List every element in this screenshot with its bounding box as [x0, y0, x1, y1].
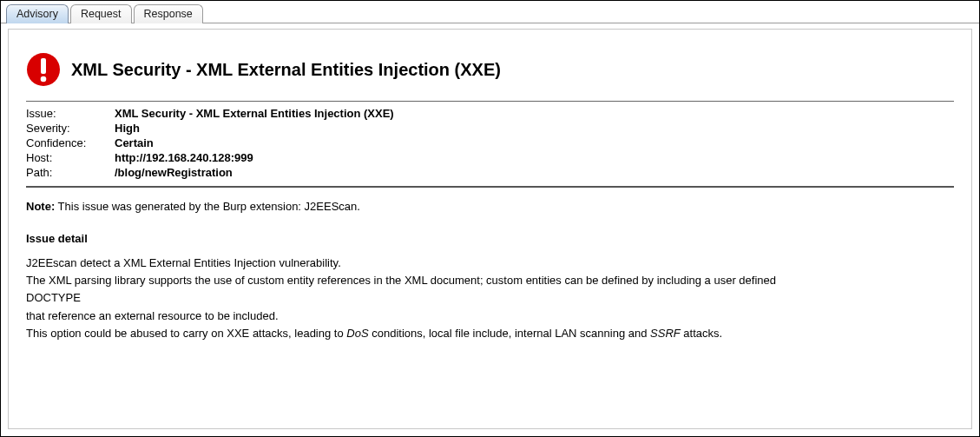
- detail-p4-post: attacks.: [681, 327, 722, 340]
- detail-p2: The XML parsing library supports the use…: [26, 273, 954, 288]
- detail-p4-pre: This option could be abused to carry on …: [26, 327, 346, 340]
- detail-p1: J2EEscan detect a XML External Entities …: [26, 255, 954, 271]
- note-label: Note:: [26, 200, 55, 213]
- detail-p3: that reference an external resource to b…: [26, 308, 954, 324]
- divider-top: [26, 101, 954, 102]
- value-path: /blog/newRegistration: [115, 166, 954, 179]
- label-confidence: Confidence:: [26, 136, 109, 149]
- advisory-content: XML Security - XML External Entities Inj…: [9, 30, 971, 354]
- detail-doctype: DOCTYPE: [26, 290, 954, 306]
- value-severity: High: [115, 122, 954, 135]
- content-frame: XML Security - XML External Entities Inj…: [8, 29, 972, 429]
- label-severity: Severity:: [26, 122, 109, 135]
- tab-advisory[interactable]: Advisory: [6, 4, 69, 23]
- issue-detail-body: J2EEscan detect a XML External Entities …: [26, 255, 954, 341]
- alert-icon: [26, 52, 61, 87]
- label-issue: Issue:: [26, 107, 109, 120]
- detail-p4-ssrf: SSRF: [650, 327, 681, 340]
- svg-point-2: [41, 76, 47, 83]
- label-host: Host:: [26, 151, 109, 164]
- tab-response[interactable]: Response: [134, 4, 203, 23]
- detail-p4-mid: conditions, local file include, internal…: [369, 327, 650, 340]
- note-text: This issue was generated by the Burp ext…: [55, 200, 360, 213]
- issue-detail-heading: Issue detail: [26, 232, 954, 245]
- issue-title: XML Security - XML External Entities Inj…: [71, 60, 501, 80]
- note-line: Note: This issue was generated by the Bu…: [26, 200, 954, 213]
- divider-bottom: [26, 186, 954, 188]
- value-confidence: Certain: [115, 136, 954, 149]
- summary-table: Issue: XML Security - XML External Entit…: [26, 107, 954, 179]
- tab-request[interactable]: Request: [70, 4, 132, 23]
- value-host: http://192.168.240.128:999: [115, 151, 954, 164]
- title-row: XML Security - XML External Entities Inj…: [26, 52, 954, 87]
- advisory-window: Advisory Request Response XML Security -…: [0, 0, 980, 437]
- detail-p4: This option could be abused to carry on …: [26, 326, 954, 341]
- value-issue: XML Security - XML External Entities Inj…: [115, 107, 954, 120]
- tab-bar: Advisory Request Response: [1, 1, 979, 23]
- detail-p4-dos: DoS: [346, 327, 368, 340]
- label-path: Path:: [26, 166, 109, 179]
- svg-rect-1: [41, 58, 46, 74]
